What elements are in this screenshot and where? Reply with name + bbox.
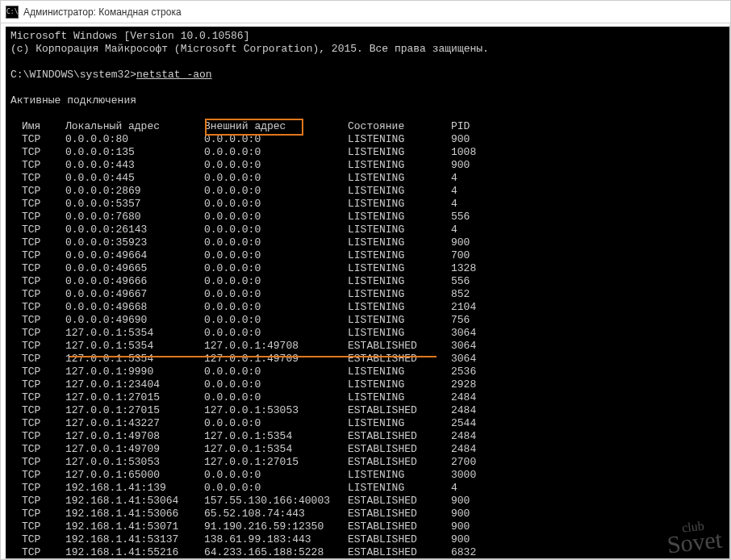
cell-proto: TCP <box>22 366 65 378</box>
cell-proto: TCP <box>22 495 65 508</box>
blank-line <box>10 81 726 94</box>
netstat-row: TCP192.168.1.41:5521664.233.165.188:5228… <box>10 546 726 559</box>
cell-pid: 2928 <box>451 378 476 391</box>
cell-state: LISTENING <box>348 159 451 172</box>
cell-local: 127.0.0.1:5354 <box>65 353 204 366</box>
cell-state: LISTENING <box>348 133 451 146</box>
section-title: Активные подключения <box>10 94 726 107</box>
prompt-path: C:\WINDOWS\system32> <box>10 69 136 81</box>
cell-pid: 900 <box>451 533 470 546</box>
cell-state: LISTENING <box>348 262 451 275</box>
col-local-header: Локальный адрес <box>65 120 204 133</box>
cell-foreign: 65.52.108.74:443 <box>204 508 348 520</box>
cell-proto: TCP <box>22 546 65 559</box>
cell-local: 127.0.0.1:53053 <box>65 456 204 469</box>
cell-state: LISTENING <box>348 288 451 301</box>
cell-proto: TCP <box>22 508 65 520</box>
netstat-row: TCP127.0.0.1:432270.0.0.0:0LISTENING2544 <box>10 417 726 430</box>
netstat-row: TCP0.0.0.0:53570.0.0.0:0LISTENING4 <box>10 198 726 211</box>
cell-pid: 2484 <box>451 430 476 443</box>
cell-proto: TCP <box>22 262 65 275</box>
cell-foreign: 0.0.0.0:0 <box>204 327 348 340</box>
cell-pid: 556 <box>451 275 470 288</box>
cell-proto: TCP <box>22 520 65 533</box>
cell-state: LISTENING <box>348 366 451 378</box>
cell-foreign: 0.0.0.0:0 <box>204 301 348 314</box>
cell-proto: TCP <box>22 146 65 159</box>
cell-state: ESTABLISHED <box>348 495 451 508</box>
cell-pid: 2484 <box>451 443 476 456</box>
prompt-line: C:\WINDOWS\system32>netstat -aon <box>10 69 726 81</box>
cell-state: LISTENING <box>348 378 451 391</box>
window-title: Администратор: Командная строка <box>23 6 182 18</box>
cell-foreign: 127.0.0.1:5354 <box>204 443 348 456</box>
cell-state: ESTABLISHED <box>348 508 451 520</box>
cell-foreign: 0.0.0.0:0 <box>204 198 348 211</box>
netstat-row: TCP192.168.1.41:5306665.52.108.74:443EST… <box>10 508 726 520</box>
cell-state: LISTENING <box>348 249 451 262</box>
cell-local: 192.168.1.41:53137 <box>65 533 204 546</box>
cell-pid: 2700 <box>451 456 476 469</box>
cell-state: LISTENING <box>348 198 451 211</box>
cell-foreign: 0.0.0.0:0 <box>204 159 348 172</box>
cell-state: ESTABLISHED <box>348 520 451 533</box>
cell-pid: 900 <box>451 159 470 172</box>
cell-local: 0.0.0.0:80 <box>65 133 204 146</box>
cell-local: 0.0.0.0:135 <box>65 146 204 159</box>
netstat-header-row: Имя Локальный адрес Внешний адрес Состоя… <box>10 120 726 133</box>
cell-state: LISTENING <box>348 314 451 327</box>
netstat-row: TCP127.0.0.1:5354127.0.0.1:49709ESTABLIS… <box>10 353 726 366</box>
cell-foreign: 0.0.0.0:0 <box>204 262 348 275</box>
cell-state: ESTABLISHED <box>348 340 451 353</box>
cell-state: ESTABLISHED <box>348 456 451 469</box>
netstat-row: TCP0.0.0.0:496640.0.0.0:0LISTENING700 <box>10 249 726 262</box>
cell-pid: 900 <box>451 236 470 249</box>
cell-proto: TCP <box>22 301 65 314</box>
cell-pid: 900 <box>451 508 470 520</box>
cell-foreign: 157.55.130.166:40003 <box>204 495 348 508</box>
cell-local: 192.168.1.41:53071 <box>65 520 204 533</box>
terminal-output[interactable]: Microsoft Windows [Version 10.0.10586] (… <box>1 23 730 559</box>
cell-foreign: 0.0.0.0:0 <box>204 314 348 327</box>
cell-proto: TCP <box>22 404 65 417</box>
cell-local: 0.0.0.0:2869 <box>65 185 204 198</box>
cell-state: ESTABLISHED <box>348 353 451 366</box>
cell-proto: TCP <box>22 417 65 430</box>
cell-local: 127.0.0.1:23404 <box>65 378 204 391</box>
cell-foreign: 0.0.0.0:0 <box>204 146 348 159</box>
cell-state: LISTENING <box>348 469 451 482</box>
cell-pid: 900 <box>451 133 470 146</box>
cell-foreign: 0.0.0.0:0 <box>204 211 348 224</box>
cell-local: 0.0.0.0:49668 <box>65 301 204 314</box>
cell-proto: TCP <box>22 185 65 198</box>
netstat-row: TCP127.0.0.1:53053127.0.0.1:27015ESTABLI… <box>10 456 726 469</box>
cell-pid: 852 <box>451 288 470 301</box>
cell-proto: TCP <box>22 353 65 366</box>
netstat-row: TCP0.0.0.0:76800.0.0.0:0LISTENING556 <box>10 211 726 224</box>
cell-proto: TCP <box>22 288 65 301</box>
command-prompt-window: C:\ Администратор: Командная строка Micr… <box>0 0 731 560</box>
titlebar[interactable]: C:\ Администратор: Командная строка <box>1 1 730 23</box>
cell-foreign: 0.0.0.0:0 <box>204 133 348 146</box>
cell-proto: TCP <box>22 275 65 288</box>
cell-foreign: 64.233.165.188:5228 <box>204 546 348 559</box>
cell-pid: 2104 <box>451 301 476 314</box>
cell-state: LISTENING <box>348 236 451 249</box>
col-state-header: Состояние <box>348 120 451 133</box>
netstat-row: TCP192.168.1.41:53137138.61.99.183:443ES… <box>10 533 726 546</box>
banner-line-1: Microsoft Windows [Version 10.0.10586] <box>10 30 726 43</box>
cell-state: LISTENING <box>348 417 451 430</box>
cell-state: ESTABLISHED <box>348 546 451 559</box>
cell-proto: TCP <box>22 249 65 262</box>
cell-proto: TCP <box>22 211 65 224</box>
cell-pid: 4 <box>451 482 457 495</box>
cell-pid: 1328 <box>451 262 476 275</box>
cell-foreign: 0.0.0.0:0 <box>204 185 348 198</box>
cell-proto: TCP <box>22 224 65 236</box>
cell-state: LISTENING <box>348 275 451 288</box>
cell-state: ESTABLISHED <box>348 404 451 417</box>
netstat-row: TCP127.0.0.1:650000.0.0.0:0LISTENING3000 <box>10 469 726 482</box>
cell-pid: 756 <box>451 314 470 327</box>
cell-local: 127.0.0.1:65000 <box>65 469 204 482</box>
col-pid-header: PID <box>451 120 470 133</box>
